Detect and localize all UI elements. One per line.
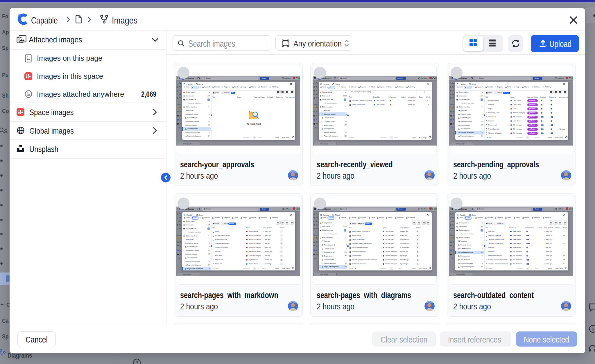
svg-text:?: ? <box>135 360 138 364</box>
